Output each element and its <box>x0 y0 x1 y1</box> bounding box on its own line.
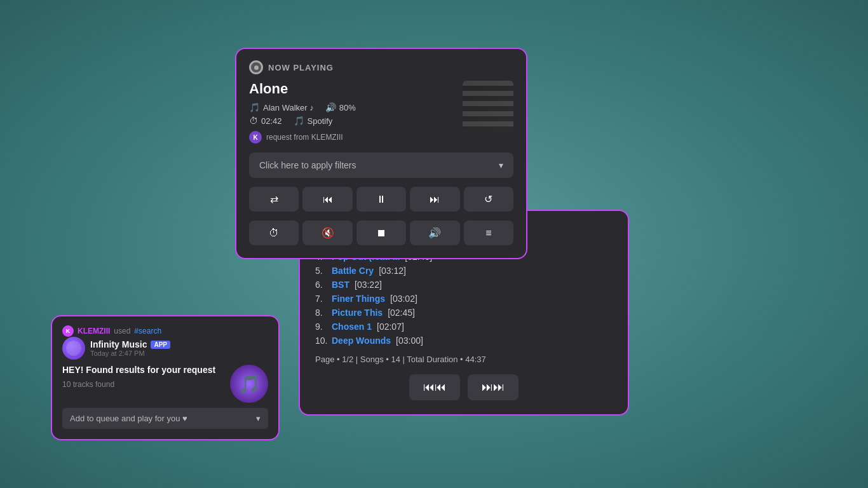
first-page-button[interactable]: ⏮⏮ <box>409 374 460 400</box>
playlist-footer: Page • 1/2 | Songs • 14 | Total Duration… <box>315 355 613 364</box>
mute-button[interactable]: 🔇 <box>302 220 352 245</box>
user-avatar-small: K <box>62 325 74 337</box>
filters-dropdown[interactable]: Click here to apply filters ▾ <box>249 152 513 178</box>
command-text: #search <box>134 327 161 336</box>
list-item: 5. Battle Cry [03:12] <box>315 266 613 276</box>
message-timestamp: Today at 2:47 PM <box>90 349 170 357</box>
item-title: Battle Cry <box>332 266 374 276</box>
bot-name: Infinity Music <box>90 339 147 349</box>
last-page-button[interactable]: ⏭⏭ <box>468 374 519 400</box>
duration-meta: ⏱ 02:42 <box>249 116 282 126</box>
clock-icon: ⏱ <box>249 116 258 126</box>
tracks-found-text: 10 tracks found <box>62 380 215 389</box>
album-art <box>463 81 513 132</box>
discord-username: KLEMZIII <box>78 327 110 336</box>
source-meta: 🎵 Spotify <box>294 116 333 126</box>
repeat-button[interactable]: ↺ <box>464 187 513 212</box>
discord-bot-row: Infinity Music APP Today at 2:47 PM <box>62 337 268 360</box>
add-queue-chevron-icon: ▾ <box>256 414 261 423</box>
spotify-icon: 🎵 <box>294 116 304 126</box>
volume-value: 80% <box>339 103 356 112</box>
duration-value: 02:42 <box>261 116 282 126</box>
item-duration: [02:07] <box>377 322 404 332</box>
item-number: 9. <box>315 322 329 332</box>
bot-name-row: Infinity Music APP <box>90 339 170 349</box>
now-playing-card: NOW PLAYING Alone 🎵 Alan Walker ♪ 🔊 80% … <box>235 48 527 259</box>
volume-meta: 🔊 80% <box>325 102 356 112</box>
shuffle-button[interactable]: ⇄ <box>249 187 299 212</box>
filters-text: Click here to apply filters <box>259 160 356 170</box>
volume-up-button[interactable]: 🔊 <box>410 220 459 245</box>
app-badge: APP <box>151 341 170 349</box>
stop-button[interactable]: ⏹ <box>356 220 406 245</box>
history-button[interactable]: ⏱ <box>249 220 299 245</box>
next-button[interactable]: ⏭ <box>410 187 459 212</box>
list-item: 10. Deep Wounds [03:00] <box>315 336 613 346</box>
requester-row: K request from KLEMZIII <box>249 131 454 144</box>
prev-button[interactable]: ⏮ <box>302 187 352 212</box>
bot-message-content: HEY! Found results for your request 10 t… <box>62 365 215 394</box>
artist-meta-row: 🎵 Alan Walker ♪ 🔊 80% <box>249 102 454 112</box>
item-number: 6. <box>315 280 329 290</box>
item-title: BST <box>332 280 349 290</box>
requester-text: request from KLEMZIII <box>266 133 343 142</box>
bot-emoji-art: 🎵 <box>230 365 268 403</box>
artist-name: Alan Walker ♪ <box>263 103 314 112</box>
album-art-image <box>463 81 513 132</box>
song-title: Alone <box>249 81 454 97</box>
item-duration: [03:00] <box>396 336 423 346</box>
source-value: Spotify <box>308 116 333 126</box>
bot-message-text: HEY! Found results for your request <box>62 365 215 375</box>
pagination-row: ⏮⏮ ⏭⏭ <box>315 374 613 400</box>
list-item: 8. Picture This [02:45] <box>315 308 613 318</box>
queue-button[interactable]: ≡ <box>464 220 513 245</box>
artist-meta: 🎵 Alan Walker ♪ <box>249 102 314 112</box>
item-title: Chosen 1 <box>332 322 372 332</box>
controls-row-1: ⇄ ⏮ ⏸ ⏭ ↺ <box>249 187 513 212</box>
discord-user-bar: K KLEMZIII used #search <box>62 325 268 337</box>
controls-row-2: ⏱ 🔇 ⏹ 🔊 ≡ <box>249 220 513 245</box>
item-title: Finer Things <box>332 294 385 304</box>
vinyl-icon <box>249 60 263 74</box>
item-duration: [03:22] <box>355 280 382 290</box>
pause-button[interactable]: ⏸ <box>356 187 406 212</box>
item-duration: [03:12] <box>379 266 406 276</box>
music-emoji: 🎵 <box>238 374 261 395</box>
item-number: 8. <box>315 308 329 318</box>
list-item: 9. Chosen 1 [02:07] <box>315 322 613 332</box>
used-text: used <box>114 327 130 336</box>
item-duration: [02:45] <box>388 308 415 318</box>
add-queue-dropdown[interactable]: Add to queue and play for you ♥ ▾ <box>62 408 268 429</box>
now-playing-label: NOW PLAYING <box>268 63 334 72</box>
item-number: 10. <box>315 336 329 346</box>
bot-name-section: Infinity Music APP Today at 2:47 PM <box>90 339 170 357</box>
list-item: 7. Finer Things [03:02] <box>315 294 613 304</box>
volume-icon: 🔊 <box>325 102 336 112</box>
discord-chat-card: K KLEMZIII used #search Infinity Music A… <box>51 315 280 440</box>
duration-meta-row: ⏱ 02:42 🎵 Spotify <box>249 116 454 126</box>
chevron-down-icon: ▾ <box>499 160 503 170</box>
item-number: 5. <box>315 266 329 276</box>
item-duration: [03:02] <box>390 294 417 304</box>
add-queue-text: Add to queue and play for you ♥ <box>70 414 187 423</box>
item-number: 7. <box>315 294 329 304</box>
now-playing-content: Alone 🎵 Alan Walker ♪ 🔊 80% ⏱ 02:42 🎵 <box>249 81 513 144</box>
bot-avatar <box>62 337 85 360</box>
list-item: 6. BST [03:22] <box>315 280 613 290</box>
requester-avatar: K <box>249 131 262 144</box>
artist-icon: 🎵 <box>249 102 260 112</box>
now-playing-header: NOW PLAYING <box>249 60 513 74</box>
item-title: Deep Wounds <box>332 336 391 346</box>
item-title: Picture This <box>332 308 383 318</box>
now-playing-info: Alone 🎵 Alan Walker ♪ 🔊 80% ⏱ 02:42 🎵 <box>249 81 454 144</box>
